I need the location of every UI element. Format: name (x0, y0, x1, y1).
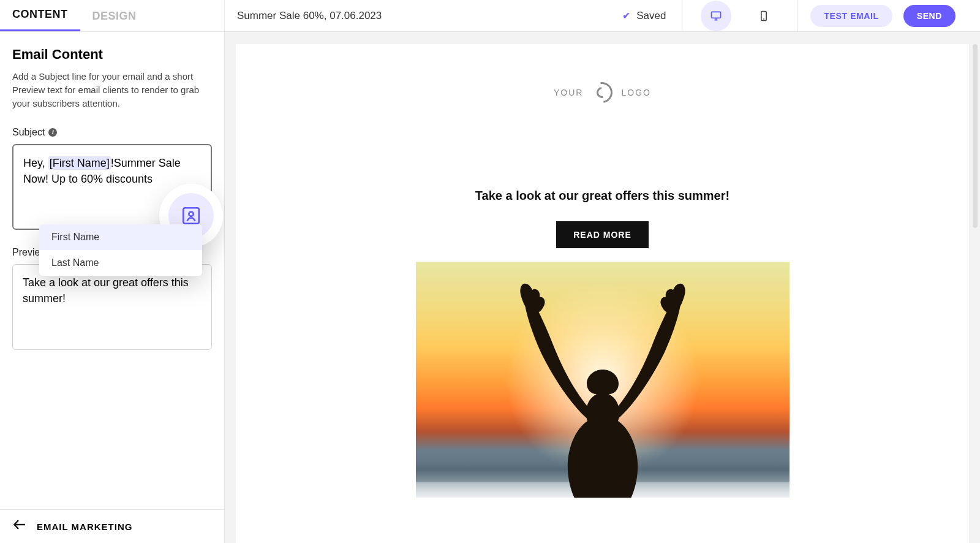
desktop-view-button[interactable] (701, 1, 731, 31)
campaign-name[interactable]: Summer Sale 60%, 07.06.2023 (237, 10, 606, 22)
panel-description: Add a Subject line for your email and a … (12, 70, 212, 110)
silhouette-illustration (416, 274, 790, 498)
logo-mark-icon (588, 78, 617, 107)
dropdown-item-last-name[interactable]: Last Name (39, 250, 202, 276)
brand-logo-row: YOUR LOGO (554, 82, 651, 103)
check-icon: ✔ (622, 10, 630, 21)
subject-before: Hey, (23, 157, 48, 169)
personalization-icon (181, 205, 202, 226)
email-headline: Take a look at our great offers this sum… (475, 189, 729, 203)
subject-label-text: Subject (12, 127, 45, 138)
desktop-icon (710, 10, 722, 22)
tab-design[interactable]: DESIGN (80, 1, 149, 31)
subject-label: Subject i (12, 127, 212, 138)
topbar: Summer Sale 60%, 07.06.2023 ✔ Saved (225, 0, 980, 32)
viewport-switch (682, 1, 797, 31)
read-more-button[interactable]: READ MORE (556, 221, 649, 248)
back-arrow-icon (12, 517, 27, 536)
mobile-icon (758, 10, 770, 22)
subject-content: Hey, [First Name]!Summer Sale Now! Up to… (23, 156, 181, 185)
dropdown-item-first-name[interactable]: First Name (39, 224, 202, 250)
back-label: EMAIL MARKETING (37, 522, 132, 532)
brand-left: YOUR (554, 88, 583, 97)
canvas-area: YOUR LOGO Take a look at our great offer… (225, 32, 980, 543)
action-buttons: TEST EMAIL SEND (798, 5, 968, 27)
saved-label: Saved (636, 10, 666, 22)
canvas-scrollbar[interactable] (973, 44, 978, 485)
svg-point-1 (189, 211, 193, 216)
send-button[interactable]: SEND (903, 5, 956, 27)
info-icon[interactable]: i (48, 128, 57, 137)
email-preview: YOUR LOGO Take a look at our great offer… (236, 44, 969, 543)
brand-right: LOGO (621, 88, 650, 97)
saved-indicator: ✔ Saved (606, 10, 682, 22)
preview-text-value: Take a look at our great offers this sum… (23, 276, 189, 305)
sidebar-tabs: CONTENT DESIGN (0, 0, 224, 32)
hero-image (416, 262, 790, 498)
merge-tag-dropdown: First Name Last Name (39, 224, 202, 276)
back-to-email-marketing[interactable]: EMAIL MARKETING (0, 509, 224, 543)
merge-tag-first-name[interactable]: [First Name] (48, 156, 111, 170)
preview-text-input[interactable]: Take a look at our great offers this sum… (12, 264, 212, 350)
sidebar: CONTENT DESIGN Email Content Add a Subje… (0, 0, 225, 543)
mobile-view-button[interactable] (748, 1, 779, 31)
svg-rect-3 (712, 12, 721, 18)
tab-content[interactable]: CONTENT (0, 0, 80, 31)
test-email-button[interactable]: TEST EMAIL (810, 5, 892, 27)
panel-title: Email Content (12, 47, 212, 63)
main: Summer Sale 60%, 07.06.2023 ✔ Saved (225, 0, 980, 543)
